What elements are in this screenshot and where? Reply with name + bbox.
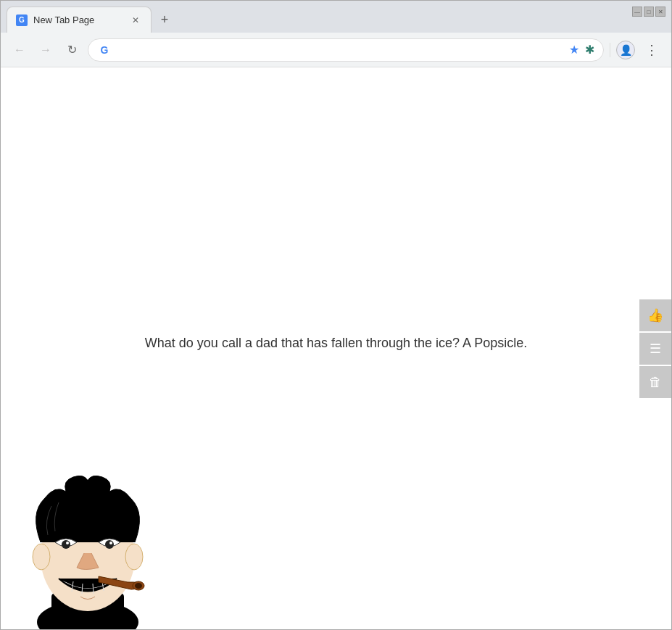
account-icon[interactable]: 👤 bbox=[616, 41, 635, 59]
close-button[interactable]: ✕ bbox=[655, 7, 665, 17]
thumbs-up-button[interactable]: 👍 bbox=[639, 299, 671, 331]
tab-bar: G New Tab Page ✕ + bbox=[7, 1, 175, 33]
forward-icon: → bbox=[40, 43, 51, 57]
back-icon: ← bbox=[14, 43, 25, 57]
active-tab[interactable]: G New Tab Page ✕ bbox=[7, 7, 152, 33]
tab-title: New Tab Page bbox=[33, 14, 123, 25]
troll-face-image bbox=[15, 470, 160, 629]
account-avatar: 👤 bbox=[620, 44, 632, 56]
more-options-button[interactable]: ⋮ bbox=[641, 39, 663, 61]
trash-icon: 🗑 bbox=[649, 375, 662, 390]
list-button[interactable]: ☰ bbox=[639, 333, 671, 365]
list-icon: ☰ bbox=[650, 341, 661, 357]
address-input[interactable] bbox=[117, 44, 563, 56]
thumbs-up-icon: 👍 bbox=[647, 307, 663, 323]
nav-divider bbox=[610, 43, 610, 57]
action-buttons: 👍 ☰ 🗑 bbox=[639, 299, 671, 398]
svg-point-7 bbox=[105, 540, 114, 549]
refresh-icon: ↻ bbox=[67, 43, 77, 57]
nav-bar: ← → ↻ G ★ ✱ 👤 ⋮ bbox=[1, 33, 671, 67]
google-logo: G bbox=[97, 43, 112, 57]
svg-point-15 bbox=[135, 583, 142, 589]
main-content: What do you call a dad that has fallen t… bbox=[1, 67, 671, 629]
window-controls: — □ ✕ bbox=[632, 7, 665, 17]
refresh-button[interactable]: ↻ bbox=[62, 40, 82, 60]
svg-point-4 bbox=[33, 544, 50, 570]
address-icons: ★ ✱ bbox=[569, 43, 594, 57]
google-g-icon: G bbox=[101, 44, 109, 56]
svg-point-8 bbox=[66, 542, 69, 544]
browser-window: G New Tab Page ✕ + — □ ✕ ← → bbox=[0, 0, 672, 630]
joke-text: What do you call a dad that has fallen t… bbox=[145, 336, 527, 351]
minimize-button[interactable]: — bbox=[632, 7, 642, 17]
back-button[interactable]: ← bbox=[9, 40, 30, 60]
title-bar: G New Tab Page ✕ + — □ ✕ bbox=[1, 1, 671, 33]
svg-point-5 bbox=[125, 544, 143, 570]
extension-icon[interactable]: ✱ bbox=[585, 43, 594, 57]
svg-point-6 bbox=[62, 540, 70, 549]
svg-point-9 bbox=[109, 542, 112, 544]
address-bar[interactable]: G ★ ✱ bbox=[88, 38, 604, 62]
bookmark-star-icon[interactable]: ★ bbox=[569, 43, 579, 57]
maximize-button[interactable]: □ bbox=[644, 7, 654, 17]
delete-button[interactable]: 🗑 bbox=[639, 366, 671, 398]
tab-close-button[interactable]: ✕ bbox=[129, 14, 142, 27]
forward-button[interactable]: → bbox=[36, 40, 56, 60]
tab-favicon: G bbox=[16, 14, 28, 26]
new-tab-button[interactable]: + bbox=[154, 9, 175, 30]
